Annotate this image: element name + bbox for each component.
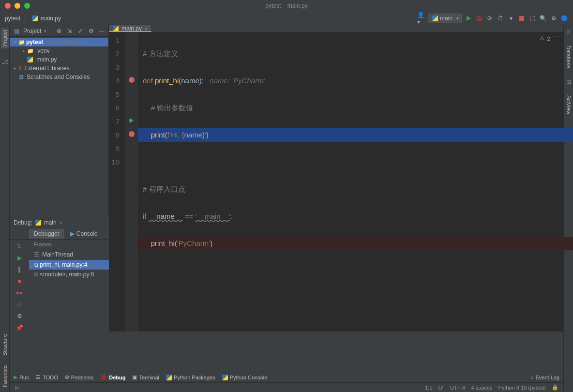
- python-file-icon: [113, 26, 119, 31]
- tree-item-label: main.py: [36, 56, 57, 63]
- indent-info[interactable]: 4 spaces: [471, 385, 493, 391]
- event-log-button[interactable]: ○Event Log: [530, 375, 559, 380]
- favorites-tool-tab[interactable]: Favorites: [2, 365, 8, 387]
- todo-tool-button[interactable]: ☲TODO: [36, 374, 58, 380]
- run-gutter-icon[interactable]: [129, 118, 134, 123]
- python-packages-button[interactable]: Python Packages: [166, 375, 215, 380]
- tree-venv-folder[interactable]: ▸📁 venv: [10, 46, 108, 55]
- database-icon[interactable]: ≡: [565, 28, 573, 36]
- debug-label: Debug:: [14, 219, 32, 226]
- profile-button[interactable]: ⏱: [497, 15, 504, 22]
- pause-button[interactable]: ∥: [15, 266, 23, 273]
- update-button[interactable]: ⬚: [528, 15, 536, 22]
- collapse-all-button[interactable]: ⤢: [76, 27, 84, 35]
- tree-project-root[interactable]: ▾📁 pytest ~/Desktop/pytest: [10, 38, 108, 46]
- database-tool-tab[interactable]: Database: [566, 45, 572, 68]
- tree-main-file[interactable]: main.py: [10, 55, 108, 64]
- navigation-bar: pytest 〉 main.py 👤▾ main 🐞 ⟳ ⏱ ▾ ⬚ 🔍 ⚙ 🔵: [0, 12, 573, 25]
- debug-toolbar: ↻ ▶ ∥ ■ ●● ⦸ ⚙ 📌: [10, 240, 29, 372]
- editor-tab-main[interactable]: main.py ×: [109, 25, 152, 32]
- tree-item-label: External Libraries: [24, 65, 69, 72]
- mute-breakpoints-button[interactable]: ⦸: [15, 301, 23, 308]
- code-area[interactable]: # 方法定义 def print_hi(name): name: 'PyChar…: [138, 32, 563, 332]
- python-console-button[interactable]: Python Console: [222, 375, 268, 380]
- breadcrumb-file[interactable]: main.py: [41, 15, 61, 22]
- commit-tool-icon[interactable]: ⎇: [1, 58, 9, 66]
- prev-highlight-button[interactable]: ˆ: [553, 36, 555, 42]
- run-button[interactable]: [465, 15, 472, 22]
- project-tool-tab[interactable]: Project: [1, 28, 9, 48]
- close-debug-tab-button[interactable]: ×: [60, 220, 62, 226]
- code-editor[interactable]: 123 456 789 10 # 方法定义 def print_hi(name)…: [109, 32, 563, 332]
- resume-button[interactable]: ▶: [15, 254, 23, 262]
- rerun-button[interactable]: ↻: [15, 242, 23, 250]
- editor-tab-label: main.py: [121, 25, 142, 32]
- user-icon[interactable]: 👤▾: [417, 15, 425, 22]
- python-icon: [35, 220, 41, 226]
- debugger-tab[interactable]: Debugger: [29, 229, 64, 239]
- breadcrumb-separator: 〉: [23, 14, 29, 22]
- tree-external-libs[interactable]: ▸⫴ External Libraries: [10, 64, 108, 73]
- stop-debug-button[interactable]: ■: [15, 277, 23, 285]
- settings-button[interactable]: ⚙: [550, 15, 558, 22]
- tree-scratches[interactable]: ⊞ Scratches and Consoles: [10, 73, 108, 81]
- status-widget-button[interactable]: ⊡: [15, 384, 19, 391]
- close-tab-button[interactable]: ×: [145, 26, 148, 31]
- view-breakpoints-button[interactable]: ●●: [15, 289, 23, 297]
- project-pane-title[interactable]: Project: [23, 28, 41, 34]
- next-highlight-button[interactable]: ˇ: [558, 36, 559, 42]
- tree-root-path: ~/Desktop/pytest: [47, 39, 87, 45]
- stop-button[interactable]: [518, 15, 526, 22]
- run-tool-button[interactable]: ▶Run: [14, 374, 29, 380]
- debug-settings-gear[interactable]: ⚙: [15, 312, 23, 320]
- debug-tool-button[interactable]: 🐞Debug: [100, 374, 125, 380]
- interpreter-info[interactable]: Python 3.10 (pytest): [498, 385, 546, 391]
- run-config-selector[interactable]: main: [428, 14, 462, 23]
- structure-tool-tab[interactable]: Structure: [2, 334, 8, 356]
- breadcrumb: pytest 〉 main.py: [5, 14, 417, 22]
- right-tool-gutter: ≡ Database ⊞ SciView: [563, 25, 573, 392]
- console-tab[interactable]: ▶Console: [65, 229, 103, 239]
- terminal-tool-button[interactable]: ▣Terminal: [132, 374, 159, 380]
- search-everywhere-button[interactable]: 🔍: [539, 15, 547, 22]
- caret-position[interactable]: 1:1: [425, 385, 432, 391]
- window-zoom-button[interactable]: [24, 3, 30, 9]
- breakpoint-line8[interactable]: [129, 131, 135, 137]
- pin-button[interactable]: 📌: [15, 324, 23, 332]
- sciview-tool-tab[interactable]: SciView: [566, 95, 572, 114]
- window-minimize-button[interactable]: [15, 3, 20, 9]
- editor-gutter[interactable]: [126, 32, 138, 332]
- line-separator[interactable]: LF: [438, 385, 445, 391]
- file-encoding[interactable]: UTF-8: [450, 385, 465, 391]
- problems-tool-button[interactable]: ⊘Problems: [65, 374, 93, 380]
- warning-count: 2: [547, 36, 550, 42]
- assistant-icon[interactable]: 🔵: [560, 15, 568, 22]
- status-bar: ⊡ 1:1 LF UTF-8 4 spaces Python 3.10 (pyt…: [10, 382, 563, 392]
- window-close-button[interactable]: [5, 3, 11, 9]
- left-tool-gutter: Project ⎇ Structure Favorites: [0, 25, 10, 392]
- window-title: pytest – main.py: [265, 2, 307, 9]
- select-opened-file-button[interactable]: ⊕: [55, 27, 63, 35]
- breakpoint-line4[interactable]: [129, 77, 135, 83]
- inspections-widget[interactable]: ⚠2 ˆ ˇ: [540, 35, 559, 42]
- attach-button[interactable]: ▾: [507, 15, 515, 22]
- project-view-icon: ▤: [13, 27, 20, 35]
- sciview-icon[interactable]: ⊞: [565, 78, 573, 86]
- project-tree[interactable]: ▾📁 pytest ~/Desktop/pytest ▸📁 venv main.…: [10, 37, 108, 82]
- gear-icon[interactable]: ⚙: [87, 27, 95, 35]
- expand-all-button[interactable]: ⇲: [66, 27, 74, 35]
- line-numbers: 123 456 789 10: [109, 32, 126, 332]
- hide-tool-button[interactable]: —: [98, 27, 106, 35]
- tree-item-label: venv: [37, 47, 49, 54]
- coverage-button[interactable]: ⟳: [486, 15, 494, 22]
- debug-button[interactable]: 🐞: [475, 15, 483, 22]
- lock-icon[interactable]: 🔒: [552, 384, 558, 391]
- python-icon: [432, 15, 438, 21]
- breadcrumb-root[interactable]: pytest: [5, 15, 20, 22]
- editor-tabs: main.py ×: [109, 25, 563, 32]
- python-file-icon: [27, 57, 33, 62]
- editor-pane: main.py × 123 456 789 10: [109, 25, 563, 217]
- svg-rect-0: [519, 16, 524, 21]
- titlebar: pytest – main.py: [0, 0, 573, 12]
- project-tool-window: ▤ Project ▾ ⊕ ⇲ ⤢ ⚙ — ▾📁 pytest ~/Deskto…: [10, 25, 109, 217]
